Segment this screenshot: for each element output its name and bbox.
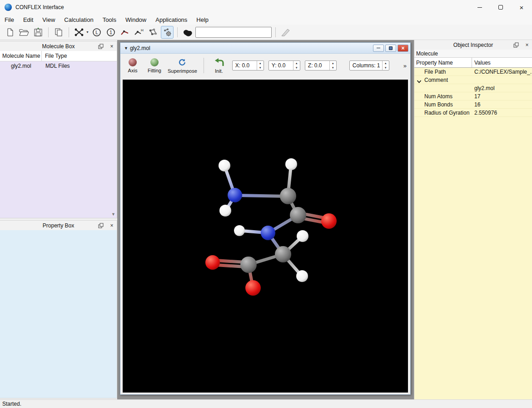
spin-up-icon[interactable]: ▲ (383, 61, 389, 65)
save-button[interactable] (32, 26, 45, 39)
z-spinner-arrows[interactable]: ▲▼ (329, 61, 336, 70)
x-spinner-arrows[interactable]: ▲▼ (257, 61, 264, 70)
expander-icon[interactable] (417, 79, 422, 83)
molecule-box-panel: Molecule Box × Molecule Name File Type g… (0, 41, 117, 218)
spin-down-icon[interactable]: ▼ (330, 65, 336, 70)
column-molecule-name[interactable]: Molecule Name (0, 51, 42, 61)
object-inspector-header[interactable]: Object Inspector × (414, 40, 532, 50)
y-spinner-arrows[interactable]: ▲▼ (293, 61, 300, 70)
menu-view[interactable]: View (38, 15, 60, 24)
ring-l-tool-button[interactable]: L (90, 26, 103, 39)
z-spinner[interactable]: Z: 0.0 ▲▼ (305, 60, 337, 71)
property-value[interactable]: 16 (472, 101, 532, 108)
new-document-button[interactable] (4, 26, 16, 39)
atom-h[interactable] (219, 160, 230, 171)
atom-c[interactable] (280, 188, 296, 204)
axis-button[interactable]: Axis (124, 58, 141, 73)
superimpose-button[interactable]: Superimpose (168, 58, 197, 74)
spin-down-icon[interactable]: ▼ (293, 65, 300, 70)
menu-window[interactable]: Window (121, 15, 151, 24)
open-file-button[interactable] (18, 26, 30, 39)
inspector-row-file-path[interactable]: File Path C:/CONFLEX/Sample_... (414, 68, 532, 76)
inspector-row-comment-value[interactable]: gly2.mol (414, 84, 532, 92)
menu-tools[interactable]: Tools (98, 15, 121, 24)
inspector-row-num-bonds[interactable]: Num Bonds 16 (414, 101, 532, 109)
molecule-viewport[interactable] (123, 80, 408, 393)
fitting-button[interactable]: Fitting (146, 58, 163, 73)
close-panel-icon[interactable]: × (524, 42, 530, 48)
molecule-tool-button[interactable] (147, 26, 159, 39)
property-value[interactable]: C:/CONFLEX/Sample_... (472, 69, 532, 75)
menu-applications[interactable]: Applications (151, 15, 192, 24)
spin-down-icon[interactable]: ▼ (383, 65, 389, 70)
y-spinner[interactable]: Y: 0.0 ▲▼ (268, 60, 300, 71)
atom-n[interactable] (261, 226, 275, 240)
inspector-row-comment[interactable]: Comment (414, 76, 532, 84)
atom-h[interactable] (219, 205, 231, 217)
copy-button[interactable] (52, 26, 65, 39)
column-file-type[interactable]: File Type (42, 51, 117, 61)
close-panel-icon[interactable]: × (109, 222, 115, 229)
atom-o[interactable] (321, 213, 337, 229)
doc-maximize-button[interactable] (385, 45, 396, 52)
spin-up-icon[interactable]: ▲ (330, 61, 336, 65)
property-box-header[interactable]: Property Box × (0, 221, 117, 230)
doc-minimize-button[interactable] (373, 45, 384, 52)
maximize-button[interactable] (490, 0, 511, 15)
command-input[interactable] (195, 27, 272, 38)
spin-down-icon[interactable]: ▼ (257, 65, 264, 70)
fragment-tool-button[interactable] (73, 26, 85, 39)
window-menu-icon[interactable]: ▼ (124, 46, 128, 50)
atom-o[interactable] (205, 255, 220, 270)
float-panel-icon[interactable] (98, 222, 104, 229)
close-panel-icon[interactable]: × (109, 43, 115, 50)
close-button[interactable]: × (511, 0, 532, 15)
spin-up-icon[interactable]: ▲ (293, 61, 300, 65)
x-spinner[interactable]: X: 0.0 ▲▼ (232, 60, 264, 71)
column-property-name[interactable]: Property Name (414, 58, 472, 67)
table-row[interactable]: gly2.mol MDL Files (0, 61, 117, 71)
property-value[interactable]: 2.550976 (472, 110, 532, 116)
molecule-name-cell[interactable]: gly2.mol (0, 63, 42, 69)
atom-h[interactable] (297, 230, 308, 242)
atom-h[interactable] (234, 225, 245, 236)
document-window[interactable]: ▼ gly2.mol × Axis Fitting (120, 42, 411, 395)
molecule-settings-tool-button[interactable] (161, 26, 174, 39)
columns-spinner[interactable]: Columns: 1 ▲▼ (349, 60, 389, 71)
ring-1-tool-button[interactable]: 1 (104, 26, 117, 39)
column-values[interactable]: Values (472, 58, 532, 67)
molecule-box-header[interactable]: Molecule Box × (0, 41, 117, 51)
minimize-button[interactable] (469, 0, 490, 15)
toolbar-overflow-icon[interactable]: » (403, 62, 407, 69)
float-panel-icon[interactable] (98, 43, 104, 50)
spin-up-icon[interactable]: ▲ (257, 61, 264, 65)
menu-help[interactable]: Help (192, 15, 213, 24)
doc-close-button[interactable]: × (398, 45, 408, 52)
atom-h[interactable] (296, 270, 308, 282)
atom-c[interactable] (290, 207, 306, 223)
run-button[interactable] (279, 26, 292, 39)
clean-tool-button[interactable] (181, 26, 194, 39)
add-hydrogen-tool-button[interactable]: H (133, 26, 145, 39)
menu-edit[interactable]: Edit (19, 15, 38, 24)
bond-tool-button[interactable] (119, 26, 131, 39)
columns-spinner-arrows[interactable]: ▲▼ (382, 61, 389, 70)
float-panel-icon[interactable] (513, 42, 519, 48)
inspector-row-radius-of-gyration[interactable]: Radius of Gyration 2.550976 (414, 109, 532, 117)
atom-c[interactable] (275, 246, 291, 262)
file-type-cell[interactable]: MDL Files (42, 63, 117, 69)
main-toolbar: ▼ L 1 H (0, 25, 532, 40)
document-title-bar[interactable]: ▼ gly2.mol × (120, 43, 410, 54)
atom-h[interactable] (285, 158, 297, 170)
property-value[interactable]: 17 (472, 93, 532, 100)
atom-o[interactable] (245, 280, 261, 296)
property-value[interactable]: gly2.mol (472, 85, 532, 91)
inspector-row-num-atoms[interactable]: Num Atoms 17 (414, 92, 532, 101)
atom-c[interactable] (240, 257, 257, 273)
fragment-dropdown-icon[interactable]: ▼ (86, 30, 89, 34)
init-button[interactable]: Init. (210, 58, 228, 74)
menu-calculation[interactable]: Calculation (60, 15, 98, 24)
menu-file[interactable]: File (0, 15, 19, 24)
atom-n[interactable] (228, 188, 242, 202)
scroll-down-icon[interactable]: ▼ (111, 212, 115, 217)
